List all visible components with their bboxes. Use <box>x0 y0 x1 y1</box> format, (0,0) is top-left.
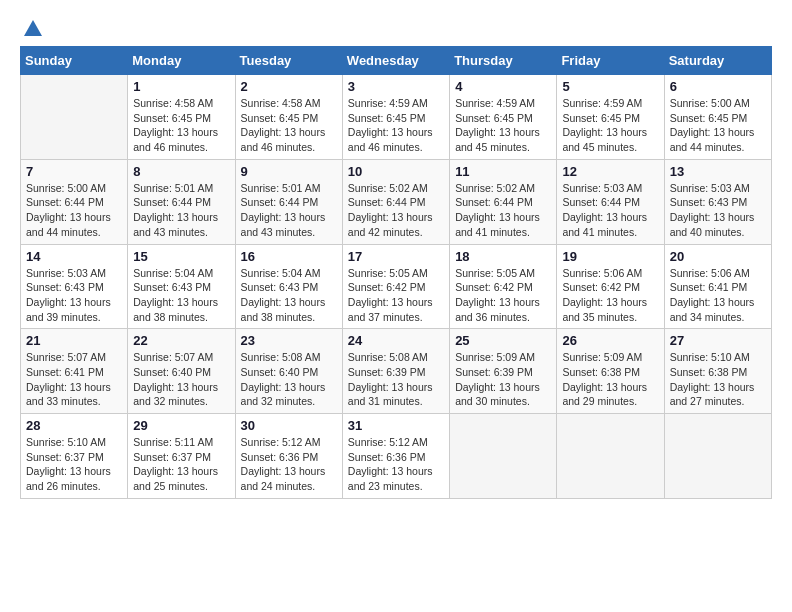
calendar-cell: 28Sunrise: 5:10 AMSunset: 6:37 PMDayligh… <box>21 414 128 499</box>
day-number: 29 <box>133 418 229 433</box>
day-number: 30 <box>241 418 337 433</box>
calendar-cell: 18Sunrise: 5:05 AMSunset: 6:42 PMDayligh… <box>450 244 557 329</box>
day-info: Sunrise: 5:03 AMSunset: 6:44 PMDaylight:… <box>562 181 658 240</box>
weekday-header: Thursday <box>450 47 557 75</box>
calendar-cell: 2Sunrise: 4:58 AMSunset: 6:45 PMDaylight… <box>235 75 342 160</box>
calendar-cell <box>450 414 557 499</box>
day-info: Sunrise: 4:59 AMSunset: 6:45 PMDaylight:… <box>348 96 444 155</box>
calendar-cell <box>557 414 664 499</box>
day-info: Sunrise: 5:04 AMSunset: 6:43 PMDaylight:… <box>133 266 229 325</box>
calendar-week-row: 7Sunrise: 5:00 AMSunset: 6:44 PMDaylight… <box>21 159 772 244</box>
day-number: 10 <box>348 164 444 179</box>
day-number: 5 <box>562 79 658 94</box>
svg-marker-0 <box>24 20 42 36</box>
calendar-cell <box>664 414 771 499</box>
day-info: Sunrise: 5:11 AMSunset: 6:37 PMDaylight:… <box>133 435 229 494</box>
calendar-header: SundayMondayTuesdayWednesdayThursdayFrid… <box>21 47 772 75</box>
day-number: 23 <box>241 333 337 348</box>
day-number: 1 <box>133 79 229 94</box>
day-info: Sunrise: 5:05 AMSunset: 6:42 PMDaylight:… <box>455 266 551 325</box>
calendar-body: 1Sunrise: 4:58 AMSunset: 6:45 PMDaylight… <box>21 75 772 499</box>
calendar-week-row: 28Sunrise: 5:10 AMSunset: 6:37 PMDayligh… <box>21 414 772 499</box>
calendar-cell: 13Sunrise: 5:03 AMSunset: 6:43 PMDayligh… <box>664 159 771 244</box>
calendar-week-row: 14Sunrise: 5:03 AMSunset: 6:43 PMDayligh… <box>21 244 772 329</box>
day-info: Sunrise: 5:06 AMSunset: 6:41 PMDaylight:… <box>670 266 766 325</box>
day-number: 27 <box>670 333 766 348</box>
day-number: 13 <box>670 164 766 179</box>
day-number: 22 <box>133 333 229 348</box>
calendar-cell: 21Sunrise: 5:07 AMSunset: 6:41 PMDayligh… <box>21 329 128 414</box>
calendar-cell: 14Sunrise: 5:03 AMSunset: 6:43 PMDayligh… <box>21 244 128 329</box>
calendar-week-row: 21Sunrise: 5:07 AMSunset: 6:41 PMDayligh… <box>21 329 772 414</box>
calendar-cell: 31Sunrise: 5:12 AMSunset: 6:36 PMDayligh… <box>342 414 449 499</box>
day-number: 3 <box>348 79 444 94</box>
calendar-cell: 22Sunrise: 5:07 AMSunset: 6:40 PMDayligh… <box>128 329 235 414</box>
day-number: 6 <box>670 79 766 94</box>
day-info: Sunrise: 5:02 AMSunset: 6:44 PMDaylight:… <box>455 181 551 240</box>
day-info: Sunrise: 5:02 AMSunset: 6:44 PMDaylight:… <box>348 181 444 240</box>
calendar-cell: 6Sunrise: 5:00 AMSunset: 6:45 PMDaylight… <box>664 75 771 160</box>
weekday-header: Sunday <box>21 47 128 75</box>
day-info: Sunrise: 5:05 AMSunset: 6:42 PMDaylight:… <box>348 266 444 325</box>
day-info: Sunrise: 5:12 AMSunset: 6:36 PMDaylight:… <box>348 435 444 494</box>
day-number: 25 <box>455 333 551 348</box>
weekday-header: Friday <box>557 47 664 75</box>
day-info: Sunrise: 4:58 AMSunset: 6:45 PMDaylight:… <box>133 96 229 155</box>
day-number: 28 <box>26 418 122 433</box>
day-info: Sunrise: 5:04 AMSunset: 6:43 PMDaylight:… <box>241 266 337 325</box>
calendar-cell <box>21 75 128 160</box>
weekday-header: Saturday <box>664 47 771 75</box>
day-number: 20 <box>670 249 766 264</box>
day-number: 7 <box>26 164 122 179</box>
calendar-cell: 4Sunrise: 4:59 AMSunset: 6:45 PMDaylight… <box>450 75 557 160</box>
day-info: Sunrise: 5:12 AMSunset: 6:36 PMDaylight:… <box>241 435 337 494</box>
day-info: Sunrise: 5:09 AMSunset: 6:39 PMDaylight:… <box>455 350 551 409</box>
calendar-cell: 9Sunrise: 5:01 AMSunset: 6:44 PMDaylight… <box>235 159 342 244</box>
day-number: 11 <box>455 164 551 179</box>
calendar-cell: 16Sunrise: 5:04 AMSunset: 6:43 PMDayligh… <box>235 244 342 329</box>
calendar-cell: 3Sunrise: 4:59 AMSunset: 6:45 PMDaylight… <box>342 75 449 160</box>
day-info: Sunrise: 5:03 AMSunset: 6:43 PMDaylight:… <box>26 266 122 325</box>
day-info: Sunrise: 5:08 AMSunset: 6:39 PMDaylight:… <box>348 350 444 409</box>
day-number: 14 <box>26 249 122 264</box>
calendar-cell: 5Sunrise: 4:59 AMSunset: 6:45 PMDaylight… <box>557 75 664 160</box>
day-info: Sunrise: 5:01 AMSunset: 6:44 PMDaylight:… <box>133 181 229 240</box>
day-info: Sunrise: 5:01 AMSunset: 6:44 PMDaylight:… <box>241 181 337 240</box>
day-info: Sunrise: 5:06 AMSunset: 6:42 PMDaylight:… <box>562 266 658 325</box>
day-number: 17 <box>348 249 444 264</box>
day-number: 16 <box>241 249 337 264</box>
day-number: 18 <box>455 249 551 264</box>
calendar-cell: 23Sunrise: 5:08 AMSunset: 6:40 PMDayligh… <box>235 329 342 414</box>
weekday-header: Wednesday <box>342 47 449 75</box>
day-info: Sunrise: 4:59 AMSunset: 6:45 PMDaylight:… <box>455 96 551 155</box>
day-number: 15 <box>133 249 229 264</box>
day-number: 26 <box>562 333 658 348</box>
day-info: Sunrise: 5:08 AMSunset: 6:40 PMDaylight:… <box>241 350 337 409</box>
calendar-cell: 20Sunrise: 5:06 AMSunset: 6:41 PMDayligh… <box>664 244 771 329</box>
day-number: 19 <box>562 249 658 264</box>
day-number: 12 <box>562 164 658 179</box>
day-info: Sunrise: 5:07 AMSunset: 6:41 PMDaylight:… <box>26 350 122 409</box>
logo-icon <box>22 18 44 40</box>
day-info: Sunrise: 5:10 AMSunset: 6:37 PMDaylight:… <box>26 435 122 494</box>
day-info: Sunrise: 5:10 AMSunset: 6:38 PMDaylight:… <box>670 350 766 409</box>
weekday-header: Monday <box>128 47 235 75</box>
calendar-cell: 8Sunrise: 5:01 AMSunset: 6:44 PMDaylight… <box>128 159 235 244</box>
calendar-cell: 25Sunrise: 5:09 AMSunset: 6:39 PMDayligh… <box>450 329 557 414</box>
calendar-table: SundayMondayTuesdayWednesdayThursdayFrid… <box>20 46 772 499</box>
day-info: Sunrise: 5:03 AMSunset: 6:43 PMDaylight:… <box>670 181 766 240</box>
calendar-cell: 10Sunrise: 5:02 AMSunset: 6:44 PMDayligh… <box>342 159 449 244</box>
page-header <box>20 20 772 36</box>
day-info: Sunrise: 5:07 AMSunset: 6:40 PMDaylight:… <box>133 350 229 409</box>
day-number: 2 <box>241 79 337 94</box>
day-number: 21 <box>26 333 122 348</box>
calendar-cell: 1Sunrise: 4:58 AMSunset: 6:45 PMDaylight… <box>128 75 235 160</box>
weekday-header: Tuesday <box>235 47 342 75</box>
calendar-cell: 26Sunrise: 5:09 AMSunset: 6:38 PMDayligh… <box>557 329 664 414</box>
day-info: Sunrise: 4:59 AMSunset: 6:45 PMDaylight:… <box>562 96 658 155</box>
calendar-cell: 19Sunrise: 5:06 AMSunset: 6:42 PMDayligh… <box>557 244 664 329</box>
calendar-cell: 12Sunrise: 5:03 AMSunset: 6:44 PMDayligh… <box>557 159 664 244</box>
day-info: Sunrise: 5:00 AMSunset: 6:45 PMDaylight:… <box>670 96 766 155</box>
day-info: Sunrise: 4:58 AMSunset: 6:45 PMDaylight:… <box>241 96 337 155</box>
day-info: Sunrise: 5:00 AMSunset: 6:44 PMDaylight:… <box>26 181 122 240</box>
